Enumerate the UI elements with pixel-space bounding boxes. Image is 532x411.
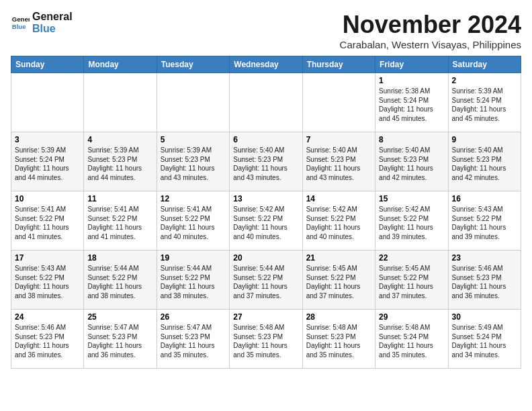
day-info: Sunrise: 5:40 AM Sunset: 5:23 PM Dayligh…: [379, 146, 444, 182]
calendar-cell: 7Sunrise: 5:40 AM Sunset: 5:23 PM Daylig…: [302, 132, 375, 191]
day-number: 30: [452, 312, 517, 322]
calendar-cell: 10Sunrise: 5:41 AM Sunset: 5:22 PM Dayli…: [11, 191, 84, 250]
calendar-cell: [230, 73, 302, 132]
day-info: Sunrise: 5:42 AM Sunset: 5:22 PM Dayligh…: [379, 205, 444, 241]
calendar-cell: 4Sunrise: 5:39 AM Sunset: 5:23 PM Daylig…: [84, 132, 157, 191]
calendar-cell: [157, 73, 229, 132]
calendar-cell: 13Sunrise: 5:42 AM Sunset: 5:22 PM Dayli…: [230, 191, 302, 250]
day-info: Sunrise: 5:38 AM Sunset: 5:24 PM Dayligh…: [379, 87, 444, 123]
calendar-cell: 27Sunrise: 5:48 AM Sunset: 5:23 PM Dayli…: [230, 310, 302, 369]
title-block: November 2024 Carabalan, Western Visayas…: [340, 11, 521, 50]
calendar-cell: 24Sunrise: 5:46 AM Sunset: 5:23 PM Dayli…: [11, 310, 84, 369]
day-number: 26: [161, 312, 226, 322]
calendar-cell: 21Sunrise: 5:45 AM Sunset: 5:22 PM Dayli…: [302, 250, 375, 310]
day-number: 14: [306, 194, 371, 203]
day-number: 13: [233, 194, 298, 203]
weekday-header: Tuesday: [157, 56, 229, 73]
day-info: Sunrise: 5:44 AM Sunset: 5:22 PM Dayligh…: [233, 264, 298, 300]
calendar-cell: 15Sunrise: 5:42 AM Sunset: 5:22 PM Dayli…: [375, 191, 448, 250]
day-number: 2: [452, 76, 517, 85]
calendar-cell: 8Sunrise: 5:40 AM Sunset: 5:23 PM Daylig…: [375, 132, 448, 191]
calendar-cell: 28Sunrise: 5:48 AM Sunset: 5:23 PM Dayli…: [302, 310, 375, 369]
day-number: 19: [161, 253, 226, 263]
day-number: 28: [306, 312, 371, 322]
day-number: 12: [161, 194, 226, 203]
calendar-cell: 12Sunrise: 5:41 AM Sunset: 5:22 PM Dayli…: [157, 191, 229, 250]
day-number: 20: [233, 253, 298, 263]
day-number: 3: [15, 135, 80, 144]
calendar-cell: 30Sunrise: 5:49 AM Sunset: 5:24 PM Dayli…: [448, 310, 521, 369]
day-info: Sunrise: 5:41 AM Sunset: 5:22 PM Dayligh…: [15, 205, 80, 241]
logo-icon: General Blue: [11, 13, 30, 32]
day-info: Sunrise: 5:48 AM Sunset: 5:23 PM Dayligh…: [306, 323, 371, 359]
day-number: 16: [452, 194, 517, 203]
weekday-header: Monday: [84, 56, 157, 73]
day-number: 25: [87, 312, 152, 322]
day-number: 10: [15, 194, 80, 203]
day-number: 7: [306, 135, 371, 144]
calendar-cell: 23Sunrise: 5:46 AM Sunset: 5:23 PM Dayli…: [448, 250, 521, 310]
calendar-cell: 26Sunrise: 5:47 AM Sunset: 5:23 PM Dayli…: [157, 310, 229, 369]
calendar-header-row: SundayMondayTuesdayWednesdayThursdayFrid…: [11, 56, 521, 73]
day-info: Sunrise: 5:39 AM Sunset: 5:24 PM Dayligh…: [452, 87, 517, 123]
calendar-cell: 11Sunrise: 5:41 AM Sunset: 5:22 PM Dayli…: [84, 191, 157, 250]
calendar-cell: [302, 73, 375, 132]
calendar-cell: 16Sunrise: 5:43 AM Sunset: 5:22 PM Dayli…: [448, 191, 521, 250]
day-info: Sunrise: 5:39 AM Sunset: 5:23 PM Dayligh…: [87, 146, 152, 182]
calendar-cell: 1Sunrise: 5:38 AM Sunset: 5:24 PM Daylig…: [375, 73, 448, 132]
day-number: 24: [15, 312, 80, 322]
calendar-cell: 20Sunrise: 5:44 AM Sunset: 5:22 PM Dayli…: [230, 250, 302, 310]
calendar-week-row: 10Sunrise: 5:41 AM Sunset: 5:22 PM Dayli…: [11, 191, 521, 250]
day-number: 4: [87, 135, 152, 144]
day-number: 9: [452, 135, 517, 144]
logo-blue: Blue: [32, 23, 73, 35]
calendar-cell: 3Sunrise: 5:39 AM Sunset: 5:24 PM Daylig…: [11, 132, 84, 191]
day-info: Sunrise: 5:49 AM Sunset: 5:24 PM Dayligh…: [452, 323, 517, 359]
day-info: Sunrise: 5:46 AM Sunset: 5:23 PM Dayligh…: [15, 323, 80, 359]
calendar-week-row: 17Sunrise: 5:43 AM Sunset: 5:22 PM Dayli…: [11, 250, 521, 310]
calendar-cell: [84, 73, 157, 132]
day-number: 5: [161, 135, 226, 144]
day-number: 22: [379, 253, 444, 263]
weekday-header: Wednesday: [230, 56, 302, 73]
day-number: 23: [452, 253, 517, 263]
day-info: Sunrise: 5:48 AM Sunset: 5:23 PM Dayligh…: [233, 323, 298, 359]
day-info: Sunrise: 5:42 AM Sunset: 5:22 PM Dayligh…: [233, 205, 298, 241]
svg-text:General: General: [12, 15, 30, 23]
weekday-header: Saturday: [448, 56, 521, 73]
calendar-week-row: 3Sunrise: 5:39 AM Sunset: 5:24 PM Daylig…: [11, 132, 521, 191]
weekday-header: Sunday: [11, 56, 84, 73]
calendar-cell: 25Sunrise: 5:47 AM Sunset: 5:23 PM Dayli…: [84, 310, 157, 369]
day-info: Sunrise: 5:40 AM Sunset: 5:23 PM Dayligh…: [306, 146, 371, 182]
month-title: November 2024: [340, 11, 521, 39]
day-info: Sunrise: 5:43 AM Sunset: 5:22 PM Dayligh…: [15, 264, 80, 300]
calendar-cell: 18Sunrise: 5:44 AM Sunset: 5:22 PM Dayli…: [84, 250, 157, 310]
day-number: 15: [379, 194, 444, 203]
day-info: Sunrise: 5:47 AM Sunset: 5:23 PM Dayligh…: [161, 323, 226, 359]
weekday-header: Friday: [375, 56, 448, 73]
logo-general: General: [32, 11, 73, 23]
day-info: Sunrise: 5:39 AM Sunset: 5:24 PM Dayligh…: [15, 146, 80, 182]
day-number: 11: [87, 194, 152, 203]
day-info: Sunrise: 5:48 AM Sunset: 5:24 PM Dayligh…: [379, 323, 444, 359]
day-number: 8: [379, 135, 444, 144]
day-info: Sunrise: 5:44 AM Sunset: 5:22 PM Dayligh…: [87, 264, 152, 300]
day-number: 1: [379, 76, 444, 85]
logo: General Blue General Blue: [11, 11, 73, 34]
day-number: 17: [15, 253, 80, 263]
calendar-table: SundayMondayTuesdayWednesdayThursdayFrid…: [11, 56, 521, 369]
day-number: 21: [306, 253, 371, 263]
calendar-cell: 9Sunrise: 5:40 AM Sunset: 5:23 PM Daylig…: [448, 132, 521, 191]
location: Carabalan, Western Visayas, Philippines: [340, 39, 521, 50]
calendar-cell: 22Sunrise: 5:45 AM Sunset: 5:22 PM Dayli…: [375, 250, 448, 310]
day-info: Sunrise: 5:39 AM Sunset: 5:23 PM Dayligh…: [161, 146, 226, 182]
calendar-week-row: 1Sunrise: 5:38 AM Sunset: 5:24 PM Daylig…: [11, 73, 521, 132]
day-info: Sunrise: 5:42 AM Sunset: 5:22 PM Dayligh…: [306, 205, 371, 241]
calendar-cell: 6Sunrise: 5:40 AM Sunset: 5:23 PM Daylig…: [230, 132, 302, 191]
day-number: 18: [87, 253, 152, 263]
calendar-cell: 2Sunrise: 5:39 AM Sunset: 5:24 PM Daylig…: [448, 73, 521, 132]
day-info: Sunrise: 5:47 AM Sunset: 5:23 PM Dayligh…: [87, 323, 152, 359]
calendar-cell: 19Sunrise: 5:44 AM Sunset: 5:22 PM Dayli…: [157, 250, 229, 310]
calendar-cell: 17Sunrise: 5:43 AM Sunset: 5:22 PM Dayli…: [11, 250, 84, 310]
day-number: 29: [379, 312, 444, 322]
